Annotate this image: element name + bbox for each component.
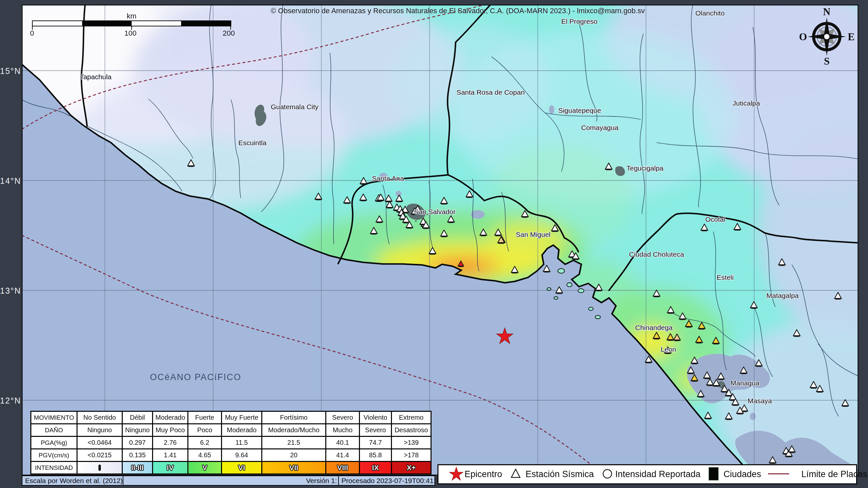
city-label-siguatepeque: Siguatepeque [558, 106, 601, 114]
table-cell: <0.0464 [77, 436, 122, 449]
scale-tick-label: 200 [223, 29, 235, 38]
city-label-el-progreso: El Progreso [561, 18, 597, 25]
scale-bar-segments [32, 21, 231, 26]
city-label-santa-rosa-de-copan: Santa Rosa de Copan [457, 88, 525, 96]
table-cell: 0.297 [122, 436, 153, 449]
table-cell: IX [360, 462, 392, 474]
compass-o: O [799, 31, 807, 42]
city-label-ocotal: Ocotal [705, 215, 725, 223]
compass-s: S [824, 55, 829, 67]
table-cell: VII [262, 462, 326, 474]
table-cell: 21.5 [262, 436, 326, 449]
table-cell: Severo [326, 411, 360, 424]
table-cell: 11.5 [222, 436, 262, 449]
table-cell: II-III [122, 462, 153, 474]
ocean-label: OCéANO PACíFICO [150, 372, 241, 382]
table-cell: Ninguno [77, 424, 122, 436]
table-cell: X+ [392, 462, 431, 474]
scale-seg [33, 21, 82, 26]
table-cell: I [77, 462, 122, 474]
compass-e: E [848, 31, 855, 42]
table-cell: <0.0215 [77, 449, 122, 462]
table-cell: Severo [360, 424, 392, 436]
intensity-table-row: INTENSIDADIII-IIIIVVVIVIIVIIIIXX+ [31, 462, 431, 474]
city-label-guatemala-city: Guatemala City [271, 103, 319, 111]
row-label-pgv-cm-s-: PGV(cm/s) [31, 449, 77, 462]
city-label-san-salvador: San Salvador [414, 208, 456, 215]
table-cell: 4.65 [188, 449, 222, 462]
scale-tick-label: 0 [30, 29, 34, 38]
latitude-label-14n: 14°N [0, 176, 21, 186]
scale-unit-label: km [32, 12, 231, 21]
epicenter-star-icon [448, 465, 465, 484]
table-cell: Moderado/Mucho [262, 424, 326, 436]
table-cell: 2.76 [153, 436, 188, 449]
city-square-icon [707, 466, 720, 483]
table-cell: VIII [326, 462, 360, 474]
table-cell: Extremo [392, 411, 431, 424]
row-label-movimiento: MOVIMIENTO [31, 411, 77, 424]
intensity-table-row: DAÑONingunoNingunoMuy PocoPocoModeradoMo… [31, 424, 431, 436]
table-cell: 20 [262, 449, 326, 462]
scale-attribution: Escala por Worden et al. (2012) [23, 477, 123, 485]
city-label-masaya: Masaya [748, 397, 772, 404]
intensity-table-row: MOVIMIENTONo SentidoDébilModeradoFuerteM… [31, 411, 431, 424]
intensity-circle-icon [601, 467, 614, 482]
map-legend: EpicentroEstación SísmicaIntensidad Repo… [437, 464, 857, 484]
scale-seg [181, 21, 230, 26]
table-cell: >178 [392, 449, 431, 462]
table-cell: Fuerte [188, 411, 222, 424]
table-cell: Moderado [153, 411, 188, 424]
table-cell: Débil [122, 411, 153, 424]
latitude-label-15n: 15°N [0, 66, 21, 76]
city-label-tegucigalpa: Tegucigalpa [626, 164, 663, 172]
row-label-da-o: DAÑO [31, 424, 77, 436]
status-bar: Escala por Worden et al. (2012) Versión … [22, 476, 435, 486]
table-cell: >139 [392, 436, 431, 449]
plate-line-icon [767, 467, 790, 482]
scale-tick-label: 100 [124, 29, 136, 38]
table-cell: Muy Poco [153, 424, 188, 436]
row-label-pga-g-: PGA(%g) [31, 436, 77, 449]
city-label-escuintla: Escuintla [238, 139, 267, 147]
table-cell: Muy Fuerte [222, 411, 262, 424]
processed-timestamp: Procesado 2023-07-19T00:41:06Z [338, 476, 435, 485]
table-cell: Violento [360, 411, 392, 424]
intensity-table-row: PGA(%g)<0.04640.2972.766.211.521.540.174… [31, 436, 431, 449]
city-label-santa-ana: Santa Ana [372, 175, 404, 182]
table-cell: 40.1 [326, 436, 360, 449]
table-cell: 41.4 [326, 449, 360, 462]
table-cell: 1.41 [153, 449, 188, 462]
table-cell: Fortísimo [262, 411, 326, 424]
city-label-tapachula: Tapachula [80, 73, 112, 81]
city-label-juticalpa: Juticalpa [733, 99, 760, 107]
city-label-matagalpa: Matagalpa [766, 292, 799, 299]
compass-n: N [823, 6, 830, 18]
table-cell: 0.135 [122, 449, 153, 462]
intensity-table: MOVIMIENTONo SentidoDébilModeradoFuerteM… [30, 411, 432, 475]
table-cell: 9.64 [222, 449, 262, 462]
table-cell: VI [222, 462, 262, 474]
city-label-olanchito: Olanchito [695, 9, 725, 17]
row-label-intensidad: INTENSIDAD [31, 462, 77, 474]
city-label-chinandega: Chinandega [635, 324, 673, 331]
legend-label-estaci-n-s-smica: Estación Sísmica [526, 469, 594, 480]
station-triangle-icon [509, 467, 522, 482]
table-cell: V [188, 462, 222, 474]
city-label-leon: Leon [661, 345, 676, 353]
city-label-san-miguel: San Miguel [516, 231, 550, 238]
legend-label-epicentro: Epicentro [465, 469, 502, 480]
table-cell: 6.2 [188, 436, 222, 449]
city-label-esteli: Esteli [717, 274, 734, 281]
version-label: Versión 1: [123, 476, 338, 485]
legend-label-l-mite-de-placas: Límite de Placas [801, 469, 867, 480]
table-cell: Poco [188, 424, 222, 436]
table-cell: Desastroso [392, 424, 431, 436]
table-cell: Mucho [326, 424, 360, 436]
shakemap-screen: { "title": "© Observatorio de Amenazas y… [0, 0, 868, 488]
scale-bar: km 0 100 200 [32, 12, 231, 37]
city-label-managua: Managua [731, 379, 760, 387]
table-cell: Ninguno [122, 424, 153, 436]
scale-seg [82, 21, 132, 26]
legend-label-intensidad-reportada: Intensidad Reportada [615, 469, 701, 480]
